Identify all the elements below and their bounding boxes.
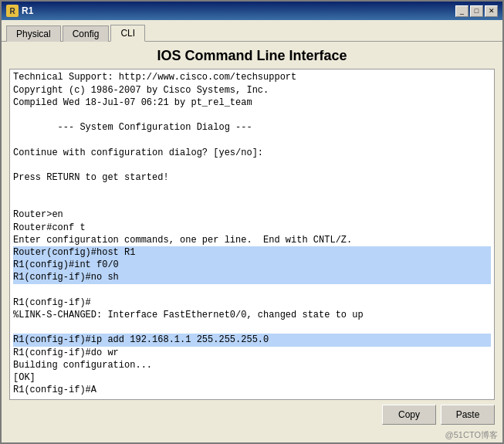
window-title: R1 bbox=[22, 5, 33, 16]
main-content: IOS Command Line Interface Cisco IOS Sof… bbox=[2, 42, 502, 442]
title-bar-left: R R1 bbox=[6, 5, 33, 17]
tab-physical[interactable]: Physical bbox=[6, 25, 61, 42]
terminal-container: Cisco IOS Software, 2600 Software (C2600… bbox=[9, 69, 495, 400]
button-row: Copy Paste bbox=[2, 400, 502, 429]
paste-button[interactable]: Paste bbox=[441, 405, 495, 425]
app-icon: R bbox=[6, 5, 19, 17]
tab-bar: Physical Config CLI bbox=[2, 20, 502, 42]
watermark: @51CTO博客 bbox=[2, 429, 502, 442]
page-title: IOS Command Line Interface bbox=[2, 42, 502, 69]
maximize-button[interactable]: □ bbox=[470, 5, 483, 17]
title-bar-controls: _ □ ✕ bbox=[455, 5, 498, 17]
main-window: R R1 _ □ ✕ Physical Config CLI IOS Comma… bbox=[0, 0, 504, 444]
copy-button[interactable]: Copy bbox=[382, 405, 436, 425]
tab-cli[interactable]: CLI bbox=[110, 25, 145, 42]
tab-config[interactable]: Config bbox=[63, 25, 110, 42]
terminal[interactable]: Cisco IOS Software, 2600 Software (C2600… bbox=[10, 69, 494, 399]
minimize-button[interactable]: _ bbox=[455, 5, 468, 17]
title-bar: R R1 _ □ ✕ bbox=[2, 2, 502, 20]
close-button[interactable]: ✕ bbox=[485, 5, 498, 17]
